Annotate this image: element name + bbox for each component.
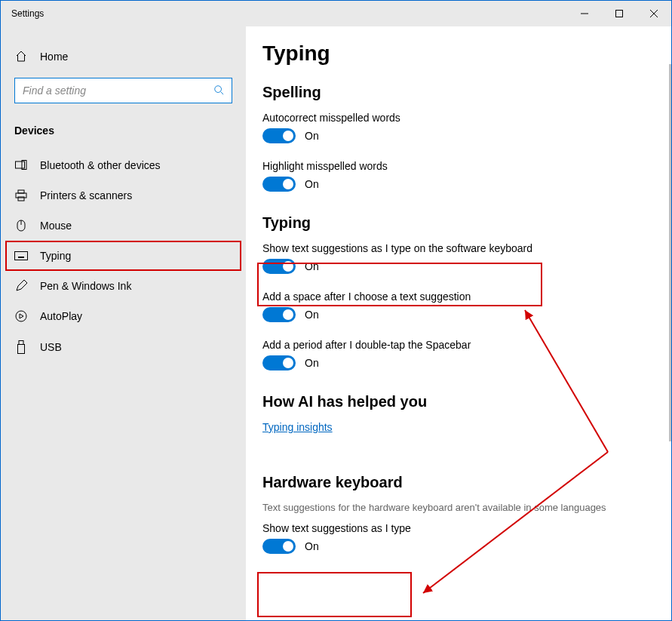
section-ai: How AI has helped you [262, 393, 641, 410]
sidebar-home[interactable]: Home [1, 43, 246, 70]
toggle-state: On [305, 260, 319, 272]
sidebar-item-label: Printers & scanners [40, 189, 132, 201]
devices-icon [14, 160, 28, 171]
section-hardware: Hardware keyboard [262, 474, 641, 491]
close-button[interactable] [637, 1, 671, 26]
svg-point-20 [16, 311, 26, 321]
svg-rect-13 [15, 252, 28, 260]
titlebar: Settings [1, 1, 671, 26]
sidebar-item-autoplay[interactable]: AutoPlay [1, 301, 246, 331]
sidebar-item-printers[interactable]: Printers & scanners [1, 180, 246, 211]
sidebar-item-bluetooth[interactable]: Bluetooth & other devices [1, 150, 246, 180]
setting-highlight-label: Highlight misspelled words [262, 160, 641, 172]
sidebar-item-label: AutoPlay [40, 310, 82, 322]
home-icon [14, 51, 28, 63]
page-title: Typing [262, 42, 641, 66]
toggle-space[interactable] [262, 307, 296, 322]
svg-rect-1 [616, 11, 623, 17]
toggle-hw-suggestions[interactable] [262, 539, 296, 554]
sidebar: Home Devices Bluetooth & other devices P… [1, 26, 246, 620]
scrollbar[interactable] [669, 64, 671, 441]
sidebar-item-typing[interactable]: Typing [5, 241, 241, 271]
search-box[interactable] [14, 78, 232, 103]
keyboard-icon [14, 251, 28, 260]
svg-rect-6 [16, 161, 25, 168]
window-title: Settings [11, 8, 44, 19]
svg-line-5 [221, 91, 224, 94]
search-input[interactable] [23, 85, 213, 97]
sidebar-home-label: Home [40, 51, 68, 63]
autoplay-icon [14, 310, 28, 322]
setting-hw-suggestions-label: Show text suggestions as I type [262, 522, 641, 534]
toggle-state: On [305, 357, 319, 369]
sidebar-item-usb[interactable]: USB [1, 331, 246, 363]
svg-rect-21 [19, 341, 23, 345]
maximize-button[interactable] [602, 1, 637, 26]
pen-icon [14, 280, 28, 292]
toggle-period[interactable] [262, 355, 296, 370]
toggle-state: On [305, 309, 319, 321]
svg-rect-22 [18, 345, 25, 354]
toggle-state: On [305, 178, 319, 190]
svg-rect-8 [18, 190, 24, 193]
toggle-state: On [305, 130, 319, 142]
sidebar-item-label: Pen & Windows Ink [40, 280, 131, 292]
mouse-icon [14, 220, 28, 232]
minimize-button[interactable] [567, 1, 602, 26]
sidebar-group-label: Devices [1, 120, 246, 150]
toggle-autocorrect[interactable] [262, 128, 296, 143]
setting-autocorrect-label: Autocorrect misspelled words [262, 112, 641, 124]
sidebar-item-mouse[interactable]: Mouse [1, 211, 246, 241]
section-spelling: Spelling [262, 84, 641, 101]
search-icon [213, 85, 224, 97]
toggle-sw-suggestions[interactable] [262, 259, 296, 274]
sidebar-item-label: Mouse [40, 220, 72, 232]
toggle-highlight[interactable] [262, 177, 296, 192]
hardware-subtext: Text suggestions for the hardware keyboa… [262, 502, 609, 513]
setting-space-label: Add a space after I choose a text sugges… [262, 291, 641, 303]
sidebar-item-pen[interactable]: Pen & Windows Ink [1, 271, 246, 301]
content-pane: Typing Spelling Autocorrect misspelled w… [246, 26, 671, 620]
svg-point-4 [215, 85, 222, 92]
setting-sw-suggestions-label: Show text suggestions as I type on the s… [262, 242, 641, 254]
printer-icon [14, 189, 28, 201]
usb-icon [14, 340, 28, 354]
sidebar-item-label: Typing [40, 250, 71, 262]
setting-period-label: Add a period after I double-tap the Spac… [262, 339, 641, 351]
sidebar-item-label: USB [40, 341, 62, 353]
sidebar-item-label: Bluetooth & other devices [40, 159, 161, 171]
toggle-state: On [305, 540, 319, 552]
section-typing: Typing [262, 214, 641, 232]
window-controls [567, 1, 671, 26]
link-typing-insights[interactable]: Typing insights [262, 421, 333, 433]
